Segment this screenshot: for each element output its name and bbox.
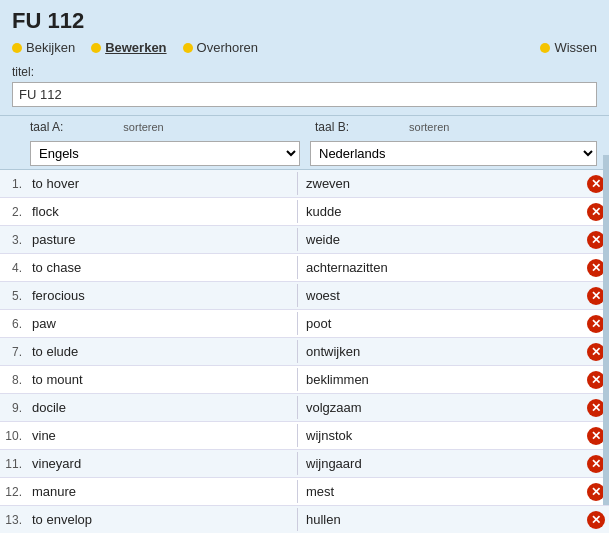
lang-b-select[interactable]: Nederlands bbox=[310, 141, 597, 166]
row-number: 5. bbox=[0, 289, 26, 303]
col-b-header: taal B: sorteren bbox=[315, 120, 597, 134]
row-number: 11. bbox=[0, 457, 26, 471]
word-a-cell: ferocious bbox=[26, 284, 298, 307]
word-a-cell: docile bbox=[26, 396, 298, 419]
word-row: 11. vineyard wijngaard ✕ bbox=[0, 450, 609, 478]
word-b-cell: mest bbox=[298, 480, 587, 503]
word-a-cell: to envelop bbox=[26, 508, 298, 531]
word-row: 8. to mount beklimmen ✕ bbox=[0, 366, 609, 394]
word-a-cell: to mount bbox=[26, 368, 298, 391]
titel-section: titel: bbox=[0, 61, 609, 115]
word-a-cell: vine bbox=[26, 424, 298, 447]
word-row: 4. to chase achternazitten ✕ bbox=[0, 254, 609, 282]
word-row: 9. docile volgzaam ✕ bbox=[0, 394, 609, 422]
nav-label-bewerken: Bewerken bbox=[105, 40, 166, 55]
word-b-cell: kudde bbox=[298, 200, 587, 223]
word-a-cell: to chase bbox=[26, 256, 298, 279]
word-row: 10. vine wijnstok ✕ bbox=[0, 422, 609, 450]
nav-dot-bekijken bbox=[12, 43, 22, 53]
row-number: 1. bbox=[0, 177, 26, 191]
word-a-cell: manure bbox=[26, 480, 298, 503]
nav-bar: Bekijken Bewerken Overhoren Wissen bbox=[12, 40, 597, 61]
word-list: 1. to hover zweven ✕ 2. flock kudde ✕ 3.… bbox=[0, 170, 609, 533]
row-number: 13. bbox=[0, 513, 26, 527]
row-number: 9. bbox=[0, 401, 26, 415]
word-b-cell: zweven bbox=[298, 172, 587, 195]
word-a-cell: to hover bbox=[26, 172, 298, 195]
word-row: 3. pasture weide ✕ bbox=[0, 226, 609, 254]
word-row: 13. to envelop hullen ✕ bbox=[0, 506, 609, 533]
nav-dot-overhoren bbox=[183, 43, 193, 53]
word-a-cell: to elude bbox=[26, 340, 298, 363]
word-row: 12. manure mest ✕ bbox=[0, 478, 609, 506]
row-number: 12. bbox=[0, 485, 26, 499]
col-a-label: taal A: bbox=[30, 120, 63, 134]
row-number: 2. bbox=[0, 205, 26, 219]
word-b-cell: ontwijken bbox=[298, 340, 587, 363]
language-row: Engels Nederlands bbox=[0, 138, 609, 170]
delete-row-button[interactable]: ✕ bbox=[587, 511, 605, 529]
nav-label-overhoren: Overhoren bbox=[197, 40, 258, 55]
word-a-cell: pasture bbox=[26, 228, 298, 251]
word-row: 6. paw poot ✕ bbox=[0, 310, 609, 338]
nav-overhoren[interactable]: Overhoren bbox=[183, 40, 258, 55]
nav-dot-bewerken bbox=[91, 43, 101, 53]
word-b-cell: achternazitten bbox=[298, 256, 587, 279]
row-number: 4. bbox=[0, 261, 26, 275]
word-b-cell: hullen bbox=[298, 508, 587, 531]
columns-header: taal A: sorteren taal B: sorteren bbox=[0, 115, 609, 138]
row-number: 10. bbox=[0, 429, 26, 443]
word-b-cell: woest bbox=[298, 284, 587, 307]
row-number: 6. bbox=[0, 317, 26, 331]
sort-b-button[interactable]: sorteren bbox=[409, 121, 449, 133]
word-row: 7. to elude ontwijken ✕ bbox=[0, 338, 609, 366]
nav-label-bekijken: Bekijken bbox=[26, 40, 75, 55]
scrollbar[interactable] bbox=[603, 155, 609, 505]
row-number: 3. bbox=[0, 233, 26, 247]
nav-bekijken[interactable]: Bekijken bbox=[12, 40, 75, 55]
word-row: 5. ferocious woest ✕ bbox=[0, 282, 609, 310]
row-number: 8. bbox=[0, 373, 26, 387]
wissen-button[interactable]: Wissen bbox=[540, 40, 597, 55]
titel-label: titel: bbox=[12, 65, 597, 79]
word-a-cell: vineyard bbox=[26, 452, 298, 475]
word-b-cell: beklimmen bbox=[298, 368, 587, 391]
word-a-cell: paw bbox=[26, 312, 298, 335]
page-title: FU 112 bbox=[12, 8, 597, 34]
word-b-cell: wijnstok bbox=[298, 424, 587, 447]
page-wrapper: FU 112 Bekijken Bewerken Overhoren Wisse… bbox=[0, 0, 609, 533]
nav-dot-wissen bbox=[540, 43, 550, 53]
sort-a-button[interactable]: sorteren bbox=[123, 121, 163, 133]
header-section: FU 112 Bekijken Bewerken Overhoren Wisse… bbox=[0, 0, 609, 61]
word-row: 1. to hover zweven ✕ bbox=[0, 170, 609, 198]
word-b-cell: volgzaam bbox=[298, 396, 587, 419]
word-b-cell: wijngaard bbox=[298, 452, 587, 475]
word-row: 2. flock kudde ✕ bbox=[0, 198, 609, 226]
titel-input[interactable] bbox=[12, 82, 597, 107]
word-b-cell: poot bbox=[298, 312, 587, 335]
col-b-label: taal B: bbox=[315, 120, 349, 134]
col-a-header: taal A: sorteren bbox=[30, 120, 315, 134]
lang-a-select[interactable]: Engels bbox=[30, 141, 300, 166]
word-a-cell: flock bbox=[26, 200, 298, 223]
row-number: 7. bbox=[0, 345, 26, 359]
nav-bewerken[interactable]: Bewerken bbox=[91, 40, 166, 55]
word-b-cell: weide bbox=[298, 228, 587, 251]
wissen-label: Wissen bbox=[554, 40, 597, 55]
